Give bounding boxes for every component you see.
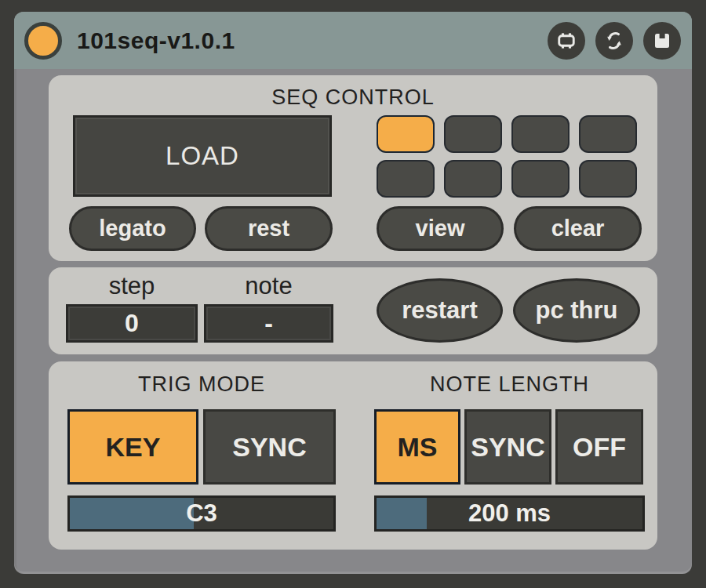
step-grid-row-1 xyxy=(377,115,642,153)
device-title: 101seq-v1.0.1 xyxy=(77,27,235,54)
note-length-sync-button[interactable]: SYNC xyxy=(464,409,551,485)
note-length-slider-value: 200 ms xyxy=(377,498,642,529)
seq-control-title: SEQ CONTROL xyxy=(49,85,657,110)
pc-thru-button[interactable]: pc thru xyxy=(513,278,640,343)
device-led[interactable] xyxy=(24,22,62,60)
frame-icon xyxy=(555,29,578,53)
grid-cell-5[interactable] xyxy=(377,160,435,198)
load-button[interactable]: LOAD xyxy=(73,115,332,197)
sync-button[interactable] xyxy=(595,22,633,60)
trig-mode-title: TRIG MODE xyxy=(67,372,336,397)
key-note-slider[interactable]: C3 xyxy=(67,495,336,532)
title-bar: 101seq-v1.0.1 xyxy=(14,12,692,69)
presentation-mode-button[interactable] xyxy=(548,22,585,60)
title-bar-buttons xyxy=(548,22,681,60)
grid-cell-8[interactable] xyxy=(579,160,637,198)
note-length-ms-button[interactable]: MS xyxy=(374,409,460,485)
step-display[interactable]: 0 xyxy=(66,304,198,343)
legato-button[interactable]: legato xyxy=(69,206,196,251)
clear-button[interactable]: clear xyxy=(514,206,642,251)
note-label: note xyxy=(204,272,333,300)
modes-panel: TRIG MODE NOTE LENGTH KEY SYNC C3 MS SYN… xyxy=(49,361,657,550)
seq-control-panel: SEQ CONTROL LOAD legato rest view clear xyxy=(49,75,657,261)
note-length-off-button[interactable]: OFF xyxy=(555,409,643,485)
grid-cell-3[interactable] xyxy=(511,115,570,153)
refresh-icon xyxy=(602,29,626,53)
note-display[interactable]: - xyxy=(204,304,333,343)
view-button[interactable]: view xyxy=(377,206,504,251)
grid-cell-7[interactable] xyxy=(511,160,570,198)
floppy-icon xyxy=(650,29,674,53)
trig-mode-sync-button[interactable]: SYNC xyxy=(203,409,336,485)
rest-button[interactable]: rest xyxy=(205,206,333,251)
grid-cell-1[interactable] xyxy=(377,115,435,153)
note-length-slider[interactable]: 200 ms xyxy=(374,495,645,532)
step-label: step xyxy=(66,272,198,300)
grid-cell-6[interactable] xyxy=(444,160,502,198)
grid-cell-4[interactable] xyxy=(579,115,637,153)
status-panel: step note 0 - restart pc thru xyxy=(49,267,657,354)
save-button[interactable] xyxy=(643,22,681,60)
key-note-slider-value: C3 xyxy=(70,498,333,529)
device-window: 101seq-v1.0.1 xyxy=(14,12,692,574)
trig-mode-key-button[interactable]: KEY xyxy=(67,409,198,485)
restart-button[interactable]: restart xyxy=(377,278,503,343)
note-length-title: NOTE LENGTH xyxy=(374,372,645,397)
step-grid xyxy=(377,115,642,205)
grid-cell-2[interactable] xyxy=(444,115,502,153)
step-grid-row-2 xyxy=(377,160,642,198)
